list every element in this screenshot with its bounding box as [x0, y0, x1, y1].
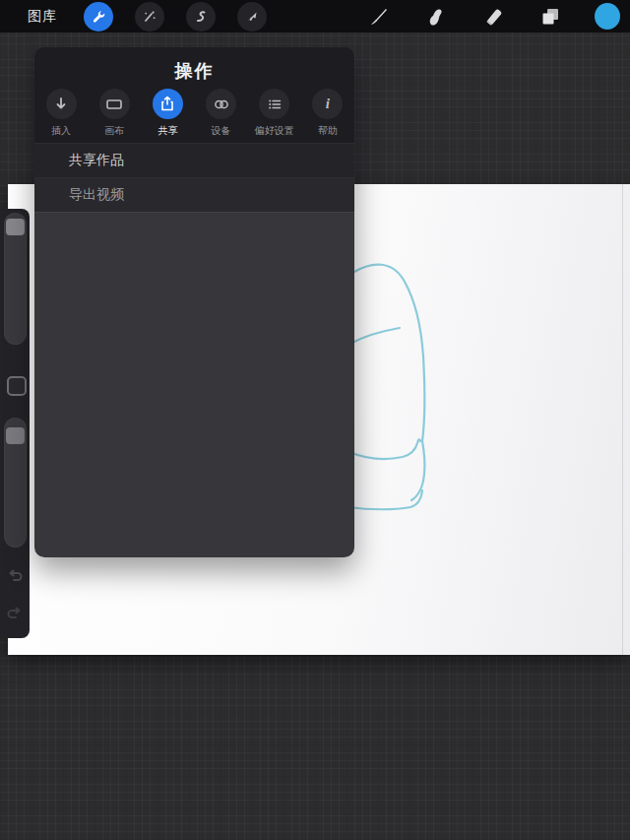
- smudge-finger-icon: [424, 5, 448, 29]
- magic-wand-icon: [142, 9, 158, 25]
- transform-button[interactable]: [237, 2, 267, 32]
- redo-arrow-icon: [5, 604, 25, 623]
- s-curve-icon: [193, 9, 209, 25]
- modify-button[interactable]: [7, 376, 27, 396]
- left-tool-group: [84, 2, 267, 32]
- actions-popover: 操作 插入: [34, 47, 354, 557]
- popover-title: 操作: [34, 47, 354, 83]
- adjustments-button[interactable]: [135, 2, 164, 32]
- list-icon: [267, 97, 283, 112]
- paintbrush-icon: [367, 5, 391, 29]
- tab-preferences-label: 偏好设置: [255, 124, 294, 138]
- brush-button[interactable]: [366, 4, 392, 30]
- eraser-button[interactable]: [480, 4, 506, 30]
- layers-icon: [538, 5, 562, 29]
- share-icon: [159, 96, 175, 112]
- undo-arrow-icon: [5, 566, 25, 586]
- tab-canvas[interactable]: 画布: [88, 89, 141, 138]
- procreate-screen: 图库: [0, 0, 630, 840]
- tab-help-label: 帮助: [318, 124, 338, 138]
- tab-insert-circle: [46, 89, 77, 119]
- popover-body: [34, 212, 354, 557]
- tab-share-circle: [153, 89, 183, 119]
- smudge-button[interactable]: [423, 4, 449, 30]
- brush-size-slider[interactable]: [4, 213, 27, 345]
- tab-device-label: 设备: [212, 124, 231, 138]
- sidebar-tools: [0, 209, 30, 638]
- color-button[interactable]: [595, 4, 620, 30]
- menu-item-export-video[interactable]: 导出视频: [34, 177, 354, 212]
- redo-button[interactable]: [5, 604, 25, 623]
- tab-help[interactable]: i 帮助: [301, 89, 354, 138]
- tab-canvas-circle: [99, 89, 130, 119]
- link-rings-icon: [213, 97, 230, 112]
- brush-size-slider-handle[interactable]: [6, 219, 25, 235]
- layers-button[interactable]: [537, 4, 563, 30]
- selection-button[interactable]: [186, 2, 216, 32]
- tab-preferences[interactable]: 偏好设置: [248, 89, 301, 138]
- actions-wrench-button[interactable]: [84, 2, 113, 32]
- tab-preferences-circle: [259, 89, 289, 119]
- tab-canvas-label: 画布: [104, 124, 124, 138]
- wrench-icon: [91, 9, 106, 25]
- popover-tabs: 插入 画布: [34, 89, 354, 138]
- tab-share[interactable]: 共享: [141, 89, 194, 138]
- undo-button[interactable]: [5, 566, 25, 586]
- right-tool-group: [366, 0, 620, 32]
- info-i-icon: i: [326, 97, 330, 111]
- arrow-down-icon: [53, 97, 69, 112]
- top-toolbar: 图库: [0, 0, 630, 32]
- tab-help-circle: i: [312, 89, 343, 119]
- cursor-arrow-icon: [244, 9, 260, 25]
- tab-share-label: 共享: [158, 124, 177, 138]
- menu-item-share-artwork[interactable]: 共享作品: [34, 143, 354, 177]
- brush-opacity-slider-handle[interactable]: [6, 427, 25, 444]
- gallery-button[interactable]: 图库: [28, 8, 57, 26]
- tab-insert[interactable]: 插入: [34, 89, 88, 138]
- eraser-icon: [481, 5, 505, 29]
- color-circle-icon: [595, 3, 620, 30]
- popover-header: 操作 插入: [34, 47, 354, 143]
- brush-opacity-slider[interactable]: [4, 418, 27, 548]
- canvas-rect-icon: [105, 97, 123, 112]
- tab-device[interactable]: 设备: [195, 89, 248, 138]
- tab-device-circle: [206, 89, 236, 119]
- tab-insert-label: 插入: [51, 124, 71, 138]
